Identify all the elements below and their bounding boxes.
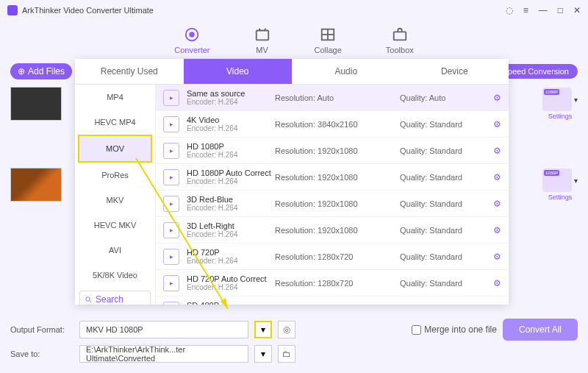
svg-point-7 bbox=[86, 296, 90, 301]
gear-icon[interactable]: ⚙ bbox=[493, 252, 501, 262]
format-quality: Quality: Standard bbox=[400, 173, 493, 182]
format-encoder: Encoder: H.264 bbox=[187, 230, 275, 238]
output-settings-icon[interactable]: ◎ bbox=[278, 321, 295, 338]
sidebar-item-hevc-mkv[interactable]: HEVC MKV bbox=[75, 213, 155, 238]
settings-label[interactable]: Settings bbox=[542, 113, 578, 120]
format-name: 3D Left-Right bbox=[187, 221, 275, 230]
window-controls: ◌ ≡ — □ ✕ bbox=[506, 5, 581, 15]
format-row[interactable]: ▶ HD 720PEncoder: H.264 Resolution: 1280… bbox=[156, 244, 509, 270]
format-row[interactable]: ▶ HD 1080P Auto CorrectEncoder: H.264 Re… bbox=[156, 164, 509, 191]
format-sidebar: MP4 HEVC MP4 MOV ProRes MKV HEVC MKV AVI… bbox=[75, 85, 156, 305]
menu-icon[interactable]: ≡ bbox=[523, 5, 528, 15]
maximize-icon[interactable]: □ bbox=[558, 5, 563, 15]
format-encoder: Encoder: H.264 bbox=[187, 98, 275, 106]
add-files-button[interactable]: ⊕ Add Files bbox=[10, 63, 72, 79]
tab-collage[interactable]: Collage bbox=[315, 26, 342, 54]
feedback-icon[interactable]: ◌ bbox=[506, 5, 513, 15]
format-name: Same as source bbox=[187, 89, 275, 98]
format-row[interactable]: ▶ HD 720P Auto CorrectEncoder: H.264 Res… bbox=[156, 270, 509, 296]
titlebar: ArkThinker Video Converter Ultimate ◌ ≡ … bbox=[0, 0, 588, 21]
gear-icon[interactable]: ⚙ bbox=[493, 278, 501, 288]
format-encoder: Encoder: H.264 bbox=[187, 204, 275, 212]
format-resolution: Resolution: 1280x720 bbox=[275, 252, 400, 261]
close-icon[interactable]: ✕ bbox=[573, 5, 581, 15]
tab-toolbox[interactable]: Toolbox bbox=[386, 26, 414, 54]
file-thumbnail bbox=[10, 87, 62, 121]
settings-label[interactable]: Settings bbox=[542, 193, 578, 201]
minimize-icon[interactable]: — bbox=[539, 5, 548, 15]
format-icon: ▶ bbox=[163, 275, 179, 291]
save-to-select[interactable]: E:\ArkThinker\ArkThink...ter Ultimate\Co… bbox=[79, 345, 248, 363]
gear-icon[interactable]: ⚙ bbox=[493, 199, 501, 209]
format-encoder: Encoder: H.264 bbox=[187, 283, 275, 291]
gear-icon[interactable]: ⚙ bbox=[493, 225, 501, 235]
format-icon: ▶ bbox=[163, 196, 179, 212]
output-format-select[interactable]: MKV HD 1080P bbox=[79, 321, 248, 338]
sidebar-item-prores[interactable]: ProRes bbox=[75, 163, 155, 188]
format-resolution: Resolution: 1920x1080 bbox=[275, 226, 400, 235]
sidebar-item-5k8k[interactable]: 5K/8K Video bbox=[75, 263, 155, 288]
svg-line-8 bbox=[90, 300, 91, 302]
format-quality: Quality: Standard bbox=[400, 120, 493, 129]
format-encoder: Encoder: H.264 bbox=[187, 177, 275, 185]
save-to-caret[interactable]: ▾ bbox=[254, 345, 272, 363]
browse-folder-icon[interactable]: 🗀 bbox=[278, 345, 295, 363]
format-row[interactable]: ▶ 4K VideoEncoder: H.264 Resolution: 384… bbox=[156, 111, 509, 138]
svg-rect-6 bbox=[394, 32, 406, 40]
dtab-device[interactable]: Device bbox=[401, 59, 509, 84]
format-icon: ▶ bbox=[163, 90, 179, 106]
save-to-label: Save to: bbox=[10, 349, 74, 358]
format-icon: ▶ bbox=[163, 249, 179, 265]
sidebar-item-mkv[interactable]: MKV bbox=[75, 188, 155, 213]
svg-point-1 bbox=[190, 32, 195, 37]
sidebar-item-mov[interactable]: MOV bbox=[78, 135, 152, 163]
format-encoder: Encoder: H.264 bbox=[187, 124, 275, 132]
format-row[interactable]: ▶ SD 480PEncoder: H.264 Resolution: 640x… bbox=[156, 296, 509, 305]
format-icon: ▶ bbox=[163, 116, 179, 132]
format-encoder: Encoder: H.264 bbox=[187, 257, 275, 265]
format-row[interactable]: ▶ Same as sourceEncoder: H.264 Resolutio… bbox=[156, 85, 509, 111]
format-caret-icon[interactable]: ▾ bbox=[574, 96, 578, 104]
merge-checkbox-input[interactable] bbox=[412, 325, 421, 335]
format-row[interactable]: ▶ HD 1080PEncoder: H.264 Resolution: 192… bbox=[156, 138, 509, 164]
sidebar-item-hevc-mp4[interactable]: HEVC MP4 bbox=[75, 110, 155, 135]
app-logo bbox=[7, 5, 18, 15]
file-thumbnail bbox=[10, 168, 62, 202]
format-quality: Quality: Standard bbox=[400, 199, 493, 208]
gear-icon[interactable]: ⚙ bbox=[493, 119, 501, 129]
app-title: ArkThinker Video Converter Ultimate bbox=[22, 6, 154, 15]
tab-converter[interactable]: Converter bbox=[174, 26, 209, 54]
format-name: SD 480P bbox=[187, 301, 275, 305]
dtab-audio[interactable]: Audio bbox=[292, 59, 401, 84]
format-caret-icon[interactable]: ▾ bbox=[574, 177, 578, 185]
format-row[interactable]: ▶ 3D Left-RightEncoder: H.264 Resolution… bbox=[156, 217, 509, 244]
tab-mv[interactable]: MV bbox=[254, 26, 270, 54]
gear-icon[interactable]: ⚙ bbox=[493, 146, 501, 156]
format-resolution: Resolution: 1920x1080 bbox=[275, 173, 400, 182]
output-format-caret[interactable]: ▾ bbox=[254, 321, 272, 338]
search-input[interactable]: Search bbox=[79, 291, 151, 305]
gear-icon[interactable]: ⚙ bbox=[493, 305, 501, 305]
search-icon bbox=[85, 296, 93, 304]
format-quality: Quality: Standard bbox=[400, 146, 493, 155]
dtab-recent[interactable]: Recently Used bbox=[75, 59, 184, 84]
merge-checkbox[interactable]: Merge into one file bbox=[412, 324, 497, 335]
format-resolution: Resolution: Auto bbox=[275, 93, 400, 102]
format-quality: Quality: Standard bbox=[400, 279, 493, 288]
format-quality: Quality: Standard bbox=[400, 226, 493, 235]
format-name: 4K Video bbox=[187, 116, 275, 124]
convert-all-button[interactable]: Convert All bbox=[503, 319, 578, 341]
format-quality: Quality: Standard bbox=[400, 252, 493, 261]
bottom-bar: Output Format: MKV HD 1080P ▾ ◎ Merge in… bbox=[10, 319, 578, 367]
sidebar-item-avi[interactable]: AVI bbox=[75, 238, 155, 263]
gear-icon[interactable]: ⚙ bbox=[493, 93, 501, 103]
format-row[interactable]: ▶ 3D Red-BlueEncoder: H.264 Resolution: … bbox=[156, 191, 509, 217]
format-badge[interactable] bbox=[542, 88, 572, 111]
sidebar-item-mp4[interactable]: MP4 bbox=[75, 85, 155, 110]
format-resolution: Resolution: 1920x1080 bbox=[275, 199, 400, 208]
dtab-video[interactable]: Video bbox=[184, 59, 293, 84]
format-name: HD 1080P Auto Correct bbox=[187, 168, 275, 177]
gear-icon[interactable]: ⚙ bbox=[493, 172, 501, 182]
format-badge[interactable] bbox=[542, 168, 572, 192]
format-resolution: Resolution: 1280x720 bbox=[275, 279, 400, 288]
